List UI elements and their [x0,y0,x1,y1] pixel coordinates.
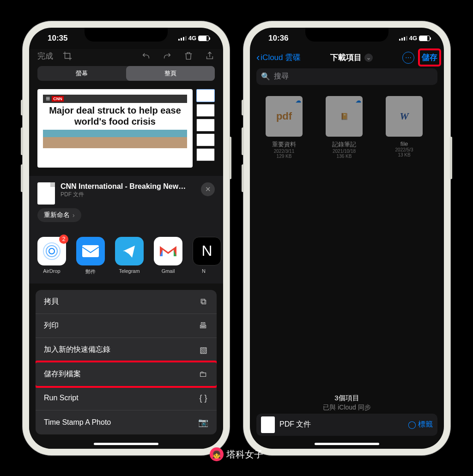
phone-right: 10:36 4G ‹ iCloud 雲碟 下載項目 ⌄ ⋯ 儲存 [243,21,450,455]
bottom-toolbar: PDF 文件 ◯ 標籤 [256,414,437,436]
braces-icon: { } [198,393,208,403]
rename-button[interactable]: 重新命名› [37,208,81,222]
share-app-mail[interactable]: 郵件 [76,237,105,275]
share-sheet-header: CNN International - Breaking News, US...… [29,176,223,208]
document-label: PDF 文件 [279,420,311,429]
chevron-right-icon: › [73,211,75,219]
svg-rect-3 [82,245,99,257]
chevron-down-icon: ⌄ [364,54,373,62]
file-item[interactable]: W file 2022/5/3 13 KB [381,96,427,159]
document-thumbnail [261,416,275,433]
share-app-telegram[interactable]: Telegram [115,237,144,275]
svg-point-1 [46,246,57,257]
search-icon: 🔍 [261,72,270,81]
share-icon[interactable] [205,51,215,61]
share-app-airdrop[interactable]: 2 AirDrop [37,237,66,275]
tag-icon: ◯ [408,420,416,429]
home-indicator[interactable] [315,443,379,445]
camera-icon: 📷 [198,417,208,428]
cloud-icon: ☁︎ [356,97,361,104]
action-print[interactable]: 列印 🖶 [36,314,217,338]
action-run-script[interactable]: Run Script { } [36,386,217,410]
cloud-icon: ☁︎ [296,97,301,104]
status-network: 4G [188,35,196,42]
status-time: 10:36 [268,34,288,43]
home-indicator[interactable] [94,443,158,445]
share-apps-row: 2 AirDrop 郵件 Telegram Gmail N [29,230,223,283]
status-time: 10:35 [48,34,67,43]
chevron-left-icon: ‹ [256,52,260,64]
page-thumbnails[interactable] [196,89,215,168]
folder-icon: 🗀 [198,369,208,379]
print-icon: 🖶 [198,321,208,331]
status-network: 4G [409,35,417,42]
search-input[interactable]: 🔍 搜尋 [256,68,437,85]
files-footer: 3個項目 已與 iCloud 同步 [250,394,444,412]
action-timestamp[interactable]: Time Stamp A Photo 📷 [36,410,217,434]
segment-fullpage[interactable]: 整頁 [126,66,215,81]
highlight-save [418,48,441,66]
screenshot-toolbar: 完成 [29,49,223,66]
share-app-gmail[interactable]: Gmail [154,237,182,275]
share-app-more[interactable]: N N [193,237,215,275]
sheet-subtitle: PDF 文件 [61,191,195,199]
segment-control[interactable]: 螢幕 整頁 [37,66,215,81]
sheet-title: CNN International - Breaking News, US... [61,182,190,191]
files-grid: pdf ☁︎ 重要資料 2022/3/11 129 KB 📔 ☁︎ 記錄筆記 2… [250,85,444,170]
file-item[interactable]: pdf ☁︎ 重要資料 2022/3/11 129 KB [261,96,307,159]
watermark: 👧 塔科女子 [210,447,263,461]
segment-screen[interactable]: 螢幕 [37,66,126,81]
svg-point-0 [49,248,55,254]
action-copy[interactable]: 拷貝 ⧉ [36,290,217,314]
crop-icon[interactable] [62,51,73,61]
document-icon [37,182,55,205]
more-icon[interactable]: ⋯ [402,52,414,64]
back-button[interactable]: ‹ iCloud 雲碟 [256,52,301,64]
preview-headline: Major deal struck to help ease world's f… [43,105,187,127]
copy-icon: ⧉ [198,297,208,307]
tags-button[interactable]: ◯ 標籤 [408,420,433,429]
folder-title[interactable]: 下載項目 ⌄ [330,52,373,63]
page-preview: ≡CNN Major deal struck to help ease worl… [37,89,193,168]
trash-icon[interactable] [183,51,194,61]
action-list: 拷貝 ⧉ 列印 🖶 加入新的快速備忘錄 ▧ 儲存到檔案 🗀 Run S [36,290,217,434]
action-save-to-files[interactable]: 儲存到檔案 🗀 [36,362,217,386]
phone-left: 10:35 4G 完成 螢幕 [23,21,230,455]
undo-icon[interactable] [141,51,151,61]
close-icon[interactable]: ✕ [201,182,215,196]
files-navbar: ‹ iCloud 雲碟 下載項目 ⌄ ⋯ 儲存 [250,49,444,68]
file-item[interactable]: 📔 ☁︎ 記錄筆記 2021/10/18 136 KB [321,96,367,159]
done-button[interactable]: 完成 [37,51,53,61]
redo-icon[interactable] [162,51,172,61]
action-quicknote[interactable]: 加入新的快速備忘錄 ▧ [36,338,217,362]
quicknote-icon: ▧ [198,345,208,355]
